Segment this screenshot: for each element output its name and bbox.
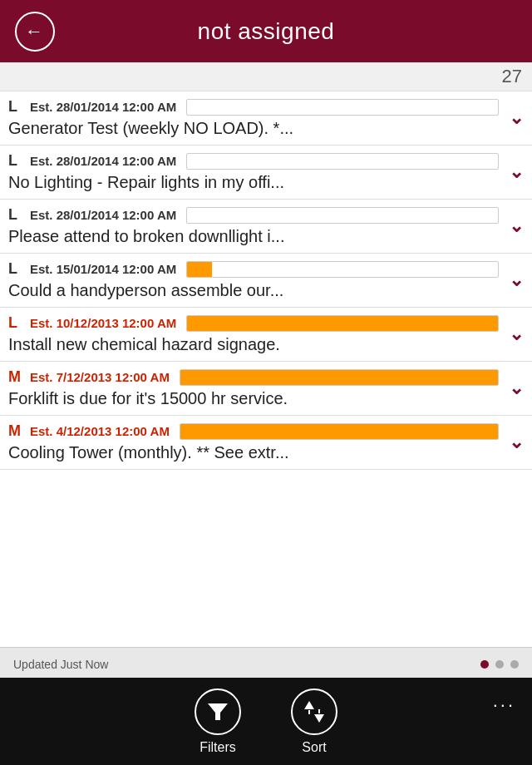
item-priority: M bbox=[8, 422, 22, 440]
list-item[interactable]: L Est. 10/12/2013 12:00 AM Install new c… bbox=[0, 308, 532, 362]
item-description: No Lighting - Repair lights in my offi..… bbox=[8, 173, 499, 192]
item-description: Could a handyperson assemble our... bbox=[8, 281, 499, 300]
progress-fill bbox=[187, 316, 498, 331]
page-dots bbox=[480, 660, 519, 669]
progress-bar bbox=[180, 423, 499, 440]
more-icon[interactable]: ··· bbox=[493, 694, 515, 716]
progress-bar bbox=[180, 369, 499, 386]
list-item[interactable]: M Est. 4/12/2013 12:00 AM Cooling Tower … bbox=[0, 416, 532, 470]
back-arrow-icon: ← bbox=[25, 22, 43, 41]
progress-fill bbox=[180, 370, 498, 385]
sort-icon bbox=[302, 699, 327, 724]
back-button[interactable]: ← bbox=[15, 12, 55, 52]
item-meta: M Est. 4/12/2013 12:00 AM bbox=[8, 422, 499, 440]
svg-marker-2 bbox=[314, 714, 324, 723]
svg-marker-0 bbox=[208, 703, 228, 720]
sort-label: Sort bbox=[302, 740, 326, 755]
chevron-icon[interactable]: ⌄ bbox=[509, 107, 524, 129]
item-meta: M Est. 7/12/2013 12:00 AM bbox=[8, 368, 499, 386]
header: ← not assigned bbox=[0, 0, 532, 62]
svg-rect-3 bbox=[308, 710, 310, 714]
filters-label: Filters bbox=[200, 740, 236, 755]
item-date: Est. 28/01/2014 12:00 AM bbox=[30, 100, 176, 114]
page-title: not assigned bbox=[198, 18, 335, 45]
item-priority: L bbox=[8, 152, 22, 170]
chevron-icon[interactable]: ⌄ bbox=[509, 215, 524, 237]
filters-icon-circle bbox=[195, 688, 241, 735]
sort-icon-circle bbox=[291, 688, 337, 735]
tab-bar: ··· Filters Sort bbox=[0, 678, 532, 765]
item-meta: L Est. 10/12/2013 12:00 AM bbox=[8, 314, 499, 332]
progress-bar bbox=[186, 261, 499, 278]
item-date: Est. 15/01/2014 12:00 AM bbox=[30, 262, 176, 276]
filters-button[interactable]: Filters bbox=[195, 688, 241, 755]
chevron-icon[interactable]: ⌄ bbox=[509, 378, 524, 399]
progress-bar bbox=[186, 99, 499, 116]
item-priority: L bbox=[8, 206, 22, 224]
item-priority: M bbox=[8, 368, 22, 386]
count-badge: 27 bbox=[502, 66, 522, 86]
item-meta: L Est. 28/01/2014 12:00 AM bbox=[8, 152, 499, 170]
chevron-icon[interactable]: ⌄ bbox=[509, 432, 524, 453]
item-date: Est. 10/12/2013 12:00 AM bbox=[30, 316, 176, 330]
filters-icon bbox=[205, 699, 230, 724]
list-item[interactable]: L Est. 28/01/2014 12:00 AM Generator Tes… bbox=[0, 91, 532, 146]
item-date: Est. 4/12/2013 12:00 AM bbox=[30, 424, 170, 438]
item-priority: L bbox=[8, 98, 22, 116]
item-description: Cooling Tower (monthly). ** See extr... bbox=[8, 443, 499, 462]
count-bar: 27 bbox=[0, 62, 532, 91]
chevron-icon[interactable]: ⌄ bbox=[509, 269, 524, 291]
item-date: Est. 7/12/2013 12:00 AM bbox=[30, 370, 170, 384]
list-item[interactable]: L Est. 15/01/2014 12:00 AM Could a handy… bbox=[0, 254, 532, 308]
item-meta: L Est. 15/01/2014 12:00 AM bbox=[8, 260, 499, 278]
progress-fill bbox=[187, 262, 212, 277]
list-item[interactable]: M Est. 7/12/2013 12:00 AM Forklift is du… bbox=[0, 362, 532, 416]
progress-bar bbox=[186, 207, 499, 224]
item-date: Est. 28/01/2014 12:00 AM bbox=[30, 154, 176, 168]
svg-rect-4 bbox=[318, 709, 320, 713]
chevron-icon[interactable]: ⌄ bbox=[509, 161, 524, 183]
list-item[interactable]: L Est. 28/01/2014 12:00 AM Please attend… bbox=[0, 200, 532, 254]
sort-button[interactable]: Sort bbox=[291, 688, 337, 755]
progress-fill bbox=[180, 424, 498, 439]
dot-2 bbox=[495, 660, 504, 669]
list-item[interactable]: L Est. 28/01/2014 12:00 AM No Lighting -… bbox=[0, 146, 532, 200]
item-priority: L bbox=[8, 314, 22, 332]
item-meta: L Est. 28/01/2014 12:00 AM bbox=[8, 98, 499, 116]
progress-bar bbox=[186, 153, 499, 170]
item-date: Est. 28/01/2014 12:00 AM bbox=[30, 208, 176, 222]
dot-3 bbox=[510, 660, 519, 669]
item-description: Forklift is due for it's 15000 hr servic… bbox=[8, 389, 499, 408]
item-description: Please attend to broken downllight i... bbox=[8, 227, 499, 246]
task-list: L Est. 28/01/2014 12:00 AM Generator Tes… bbox=[0, 91, 532, 647]
item-priority: L bbox=[8, 260, 22, 278]
item-description: Generator Test (weekly NO LOAD). *... bbox=[8, 119, 499, 138]
progress-bar bbox=[186, 315, 499, 332]
chevron-icon[interactable]: ⌄ bbox=[509, 323, 524, 345]
dot-1 bbox=[480, 660, 489, 669]
status-text: Updated Just Now bbox=[13, 658, 108, 671]
status-bar: Updated Just Now bbox=[0, 647, 532, 680]
item-meta: L Est. 28/01/2014 12:00 AM bbox=[8, 206, 499, 224]
item-description: Install new chemical hazard signage. bbox=[8, 335, 499, 354]
svg-marker-1 bbox=[304, 701, 314, 709]
